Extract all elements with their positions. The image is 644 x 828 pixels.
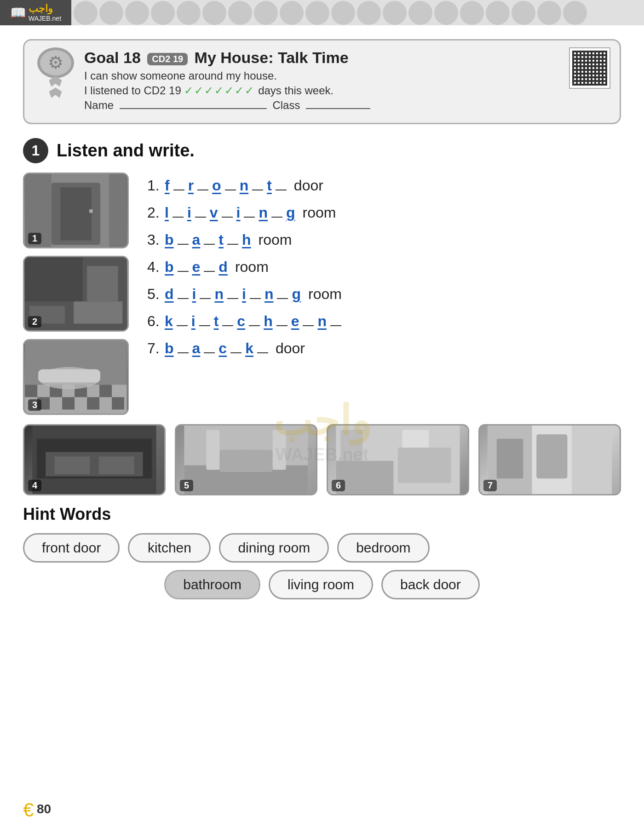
hint-chip-bathroom: bathroom [164,570,260,599]
deco-circle [177,1,201,25]
answer-row-5: 5. d i n i n g room [147,286,621,303]
svg-rect-2 [60,187,91,241]
blank [200,286,211,299]
blank [199,313,210,326]
deco-circle [537,1,561,25]
blank [230,340,242,353]
blank [271,205,282,218]
blank [303,313,314,326]
letter-a: a [192,231,201,248]
blank [227,232,238,245]
photo-7-svg [480,426,620,494]
deco-circle [125,1,149,25]
blank [204,232,215,245]
photo-5-svg [176,426,316,494]
answer-row-2: 2. l i v i n g room [147,204,621,221]
letter-b: b [165,231,174,248]
letter-d: d [218,259,228,276]
coin-icon: € [23,799,34,821]
letter-h: h [242,231,251,248]
svg-rect-7 [25,257,82,301]
svg-rect-43 [497,439,523,479]
deco-circle [74,1,98,25]
blank [276,313,288,326]
letter-c: c [237,313,245,330]
letter-d: d [165,286,174,303]
blank [225,178,236,190]
answer-row-1: 1. f r o n t door [147,177,621,194]
hint-chip-front-door: front door [23,533,120,563]
svg-rect-36 [398,448,451,483]
row-num-4: 4. [147,259,161,276]
goal-name-class: Name Class [84,99,609,112]
blank [252,178,263,190]
top-bar: 📖 واجب WAJEB.net [0,0,644,25]
blank [178,232,189,245]
letter-n: n [317,313,327,330]
section1-title: Listen and write. [57,141,195,161]
row-num-5: 5. [147,286,161,303]
blank [227,286,238,299]
photo-num-1: 1 [28,233,41,244]
images-column: 1 2 [23,172,133,415]
row-num-1: 1. [147,177,161,194]
photo-6: 6 [327,424,469,495]
main-content: 1 2 [23,172,621,415]
svg-rect-18 [62,397,75,409]
svg-rect-31 [219,450,272,472]
goal-box: ⚙ Goal 18 CD2 19 My House: Talk Time I c… [23,39,621,124]
photo-6-svg [328,426,468,494]
photo-4-svg [24,426,164,494]
letter-k: k [245,340,253,357]
section1-header: 1 Listen and write. [23,138,621,163]
hint-row-1: front door kitchen dining room bedroom [23,533,621,563]
deco-circle [331,1,355,25]
deco-circle [151,1,175,25]
gear-icon: ⚙ [48,52,63,73]
logo-site: WAJEB.net [29,15,61,22]
answer-row-7: 7. b a c k door [147,340,621,357]
hint-chip-back-door: back door [381,570,480,599]
qr-code [569,47,610,89]
deco-circle [434,1,458,25]
hint-chip-dining-room: dining room [219,533,329,563]
letter-t: t [218,231,224,248]
photo-2: 2 [23,256,129,332]
check-marks: ✓✓✓✓✓✓✓ [184,84,255,97]
svg-rect-20 [112,397,124,409]
deco-circle [99,1,123,25]
answer-row-6: 6. k i t c h e n [147,313,621,330]
blank [178,259,189,272]
photo-3: 3 [23,339,129,415]
logo-area: 📖 واجب WAJEB.net [0,0,71,25]
photo-5: 5 [175,424,317,495]
blank [178,286,189,299]
photo-num-4: 4 [28,480,41,491]
answers-column: 1. f r o n t door 2. l i v i n g [147,172,621,415]
deco-circle [280,1,304,25]
blank [222,313,233,326]
svg-rect-3 [89,209,93,213]
letter-k: k [165,313,173,330]
blank [250,286,261,299]
row-num-7: 7. [147,340,161,357]
book-icon: 📖 [10,5,26,20]
svg-rect-10 [74,301,122,323]
deco-circle [383,1,407,25]
class-underline [306,108,370,109]
blank [173,178,184,190]
deco-circle [202,1,226,25]
svg-rect-16 [99,385,112,397]
hint-section: Hint Words front door kitchen dining roo… [23,505,621,599]
goal-title: Goal 18 CD2 19 My House: Talk Time [84,49,609,67]
medal: ⚙ [34,47,77,98]
letter-t: t [267,177,272,194]
letter-g: g [292,286,301,303]
letter-o: o [212,177,221,194]
blank [204,259,215,272]
svg-rect-13 [25,385,37,397]
answer-row-4: 4. b e d room [147,259,621,276]
svg-rect-26 [54,456,90,474]
hint-chip-kitchen: kitchen [128,533,211,563]
letter-e: e [291,313,299,330]
